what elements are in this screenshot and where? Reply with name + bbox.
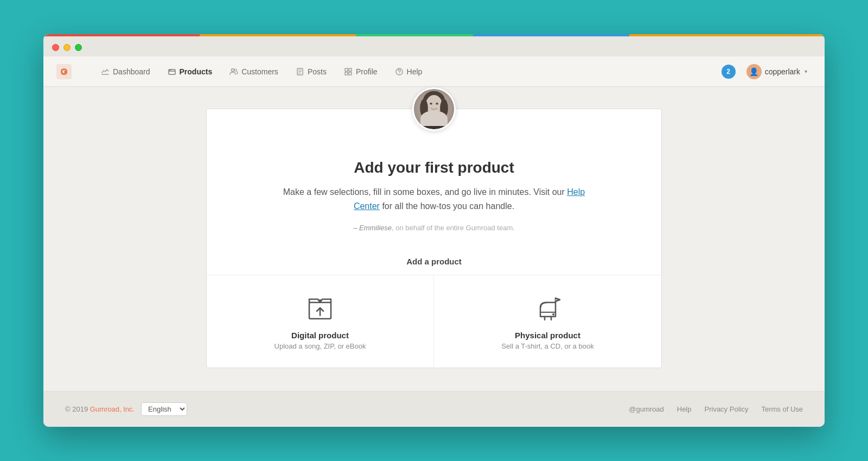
physical-product-option[interactable]: Physical product Sell a T-shirt, a CD, o…: [434, 275, 661, 368]
nav-products-label: Products: [180, 67, 213, 76]
nav-item-products[interactable]: Products: [160, 63, 220, 80]
user-name: copperlark: [765, 67, 800, 76]
minimize-button[interactable]: [63, 44, 71, 51]
nav-right: 2 👤 copperlark ▾: [722, 62, 812, 81]
footer-right: @gumroad Help Privacy Policy Terms of Us…: [629, 405, 803, 413]
card-description: Make a few selections, fill in some boxe…: [282, 185, 586, 213]
nav-posts-label: Posts: [308, 67, 327, 76]
nav-customers-label: Customers: [241, 67, 278, 76]
physical-product-desc: Sell a T-shirt, a CD, or a book: [501, 342, 593, 350]
upload-box-icon: [305, 293, 335, 323]
digital-product-title: Digital product: [291, 331, 349, 340]
chevron-down-icon: ▾: [805, 68, 807, 74]
traffic-lights: [52, 41, 816, 56]
svg-line-23: [434, 119, 436, 125]
svg-point-18: [420, 99, 428, 117]
digital-product-desc: Upload a song, ZIP, or eBook: [275, 342, 366, 350]
svg-point-14: [399, 73, 400, 74]
product-options: Digital product Upload a song, ZIP, or e…: [207, 275, 661, 368]
product-card: Add your first product Make a few select…: [206, 109, 662, 368]
language-selector[interactable]: English Spanish French German: [141, 402, 187, 416]
svg-rect-21: [431, 112, 437, 119]
nav-item-dashboard[interactable]: Dashboard: [93, 63, 158, 80]
digital-product-option[interactable]: Digital product Upload a song, ZIP, or e…: [207, 275, 434, 368]
footer-left: © 2019 Gumroad, Inc. English Spanish Fre…: [65, 402, 187, 416]
footer-company-link[interactable]: Gumroad, Inc.: [90, 405, 135, 413]
signature-name: – Emmiliese: [353, 224, 392, 232]
people-icon: [229, 67, 238, 76]
svg-point-17: [426, 95, 442, 113]
browser-window: Dashboard Products Customer: [43, 34, 825, 427]
nav-item-help[interactable]: Help: [387, 63, 430, 80]
grid-icon: [344, 67, 353, 76]
signature-rest: , on behalf of the entire Gumroad team.: [392, 224, 515, 232]
description-after-link: for all the how-tos you can handle.: [380, 201, 514, 211]
nav-profile-label: Profile: [356, 67, 378, 76]
svg-point-25: [436, 103, 438, 105]
maximize-button[interactable]: [75, 44, 82, 51]
footer-social-link[interactable]: @gumroad: [629, 405, 664, 413]
nav-help-label: Help: [407, 67, 423, 76]
main-content: Add your first product Make a few select…: [43, 87, 825, 391]
footer: © 2019 Gumroad, Inc. English Spanish Fre…: [43, 391, 825, 427]
svg-rect-20: [422, 118, 446, 129]
notification-badge[interactable]: 2: [722, 65, 736, 79]
close-button[interactable]: [52, 44, 59, 51]
document-icon: [296, 67, 304, 76]
svg-rect-12: [349, 72, 352, 75]
add-product-header: Add a product: [207, 248, 661, 275]
footer-help-link[interactable]: Help: [677, 405, 692, 413]
svg-point-24: [430, 103, 432, 105]
svg-point-4: [234, 69, 237, 71]
help-circle-icon: [395, 67, 404, 76]
svg-point-29: [552, 313, 554, 315]
nav-links: Dashboard Products Customer: [93, 63, 722, 80]
mailbox-icon: [533, 293, 563, 323]
browser-chrome: [43, 34, 825, 56]
nav-bar: Dashboard Products Customer: [43, 56, 825, 87]
svg-rect-9: [345, 68, 348, 71]
physical-product-title: Physical product: [515, 331, 580, 340]
user-menu[interactable]: 👤 copperlark ▾: [742, 62, 812, 81]
logo[interactable]: [56, 64, 72, 79]
chart-icon: [101, 67, 110, 76]
gumroad-logo-icon: [56, 64, 72, 79]
nav-item-customers[interactable]: Customers: [222, 63, 286, 80]
folder-icon: [168, 67, 176, 76]
footer-terms-link[interactable]: Terms of Use: [761, 405, 803, 413]
nav-item-profile[interactable]: Profile: [336, 63, 385, 80]
svg-rect-11: [345, 72, 348, 75]
footer-privacy-link[interactable]: Privacy Policy: [705, 405, 749, 413]
card-title: Add your first product: [354, 159, 514, 176]
avatar-silhouette: [414, 89, 454, 129]
nav-item-posts[interactable]: Posts: [288, 63, 334, 80]
footer-copyright: © 2019 Gumroad, Inc.: [65, 405, 135, 413]
profile-avatar: [412, 87, 456, 131]
svg-line-22: [432, 119, 434, 125]
svg-rect-10: [349, 68, 352, 71]
svg-point-3: [232, 68, 234, 71]
profile-avatar-img: [414, 89, 454, 129]
card-top: Add your first product Make a few select…: [207, 109, 661, 248]
card-signature: – Emmiliese, on behalf of the entire Gum…: [353, 224, 515, 232]
nav-dashboard-label: Dashboard: [113, 67, 150, 76]
svg-point-19: [440, 99, 448, 117]
avatar: 👤: [746, 64, 762, 79]
description-before-link: Make a few selections, fill in some boxe…: [283, 187, 567, 197]
